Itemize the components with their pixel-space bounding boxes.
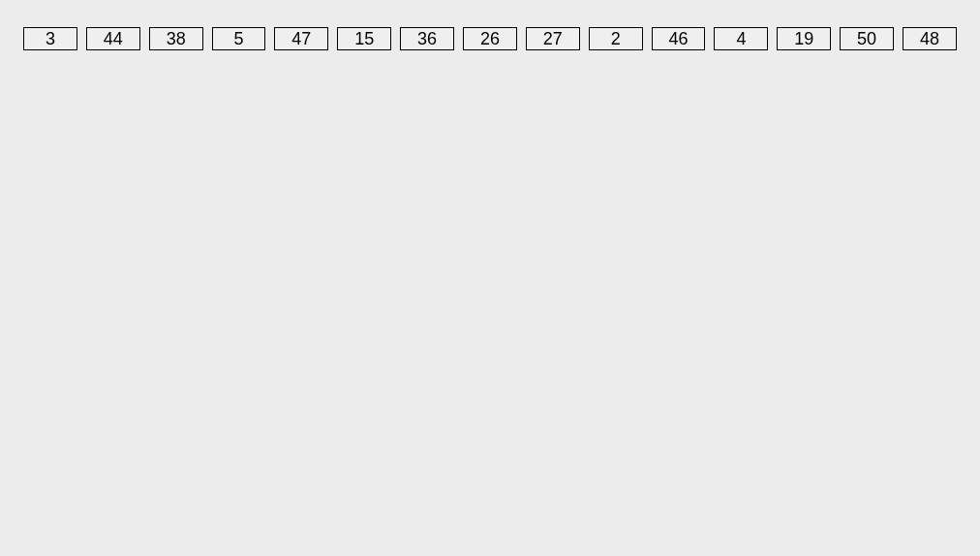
- number-button-6[interactable]: 36: [400, 27, 454, 50]
- number-button-8[interactable]: 27: [526, 27, 580, 50]
- number-button-1[interactable]: 44: [86, 27, 140, 50]
- number-button-12[interactable]: 19: [777, 27, 831, 50]
- number-button-11[interactable]: 4: [714, 27, 768, 50]
- number-button-14[interactable]: 48: [903, 27, 957, 50]
- number-button-13[interactable]: 50: [840, 27, 894, 50]
- number-button-10[interactable]: 46: [652, 27, 706, 50]
- number-button-2[interactable]: 38: [149, 27, 203, 50]
- number-button-5[interactable]: 15: [337, 27, 391, 50]
- number-button-4[interactable]: 47: [274, 27, 328, 50]
- number-button-7[interactable]: 26: [463, 27, 517, 50]
- number-button-3[interactable]: 5: [212, 27, 266, 50]
- button-row: 3 44 38 5 47 15 36 26 27 2 46 4 19 50 48: [0, 0, 980, 77]
- number-button-0[interactable]: 3: [23, 27, 77, 50]
- number-button-9[interactable]: 2: [589, 27, 643, 50]
